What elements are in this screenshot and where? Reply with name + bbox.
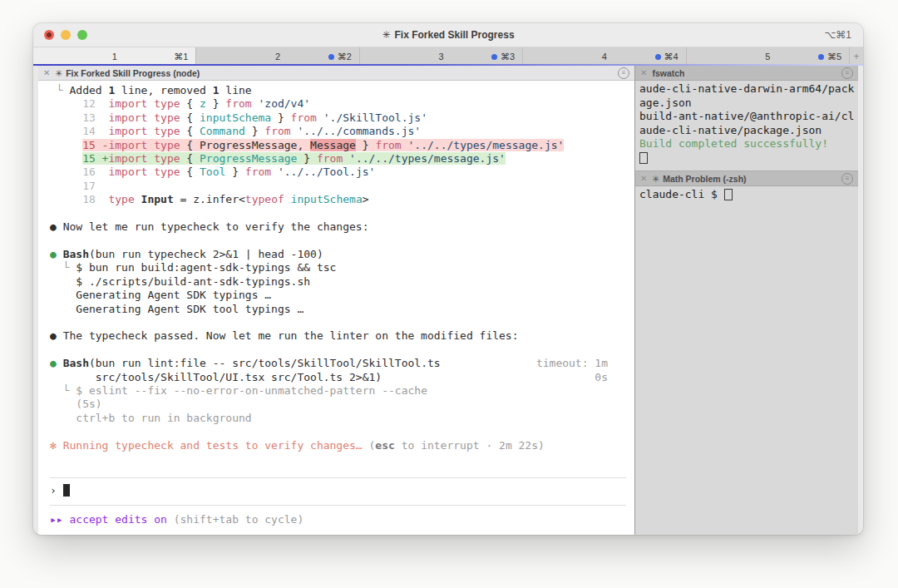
text-segment: $ ./scripts/build-ant-sdk-typings.sh bbox=[50, 275, 310, 288]
text-segment: 17 bbox=[50, 180, 96, 192]
close-pane-icon[interactable]: ✕ bbox=[43, 68, 50, 77]
text-segment bbox=[343, 152, 349, 165]
terminal-line: └ $ eslint --fix --no-error-on-unmatched… bbox=[50, 384, 626, 398]
claude-code-terminal[interactable]: └ Added 1 line, removed 1 line 12 import… bbox=[38, 81, 634, 535]
text-segment: import type bbox=[108, 139, 180, 151]
mode-status-line: ▸▸ accept edits on (shift+tab to cycle) bbox=[50, 506, 626, 526]
fswatch-line: aude-cli-native-darwin-arm64/pack bbox=[639, 82, 854, 96]
tab-shortcut: ⌘3 bbox=[491, 52, 515, 62]
terminal-line: 12 import type { z } from 'zod/v4' bbox=[50, 97, 626, 111]
text-segment: inputSchema bbox=[200, 111, 271, 124]
terminal-line: 18 type Input = z.infer<typeof inputSche… bbox=[50, 193, 626, 206]
text-segment: import type bbox=[108, 97, 180, 110]
text-segment: Command bbox=[200, 125, 245, 137]
tab-label: 1 bbox=[33, 52, 195, 62]
fswatch-output[interactable]: aude-cli-native-darwin-arm64/package.jso… bbox=[635, 81, 858, 170]
tab-5[interactable]: 5⌘5 bbox=[687, 47, 850, 66]
text-segment: from bbox=[291, 111, 317, 124]
text-segment: import type bbox=[108, 166, 180, 178]
terminal-line bbox=[50, 425, 626, 438]
terminal-line: 13 import type { inputSchema } from './S… bbox=[50, 111, 626, 125]
pane-menu-icon[interactable]: ≡ bbox=[841, 173, 853, 185]
terminal-output: └ Added 1 line, removed 1 line 12 import… bbox=[38, 81, 634, 466]
text-segment: ● Now let me run typecheck to verify the… bbox=[50, 220, 369, 233]
cursor bbox=[639, 152, 648, 164]
right-aligned-note: 0s bbox=[595, 371, 608, 384]
text-segment: Bash bbox=[63, 248, 89, 260]
text-segment: } bbox=[271, 111, 290, 124]
minimize-window-button[interactable] bbox=[61, 30, 71, 40]
text-segment: aude-cli-native-darwin-arm64/pack bbox=[639, 82, 854, 95]
right-aligned-note: timeout: 1m bbox=[536, 357, 608, 370]
math-problem-pane: ✕ ✳ Math Problem (-zsh) ≡ claude-cli $ bbox=[635, 170, 858, 535]
text-segment: claude-cli $ bbox=[639, 188, 724, 200]
text-segment: (shift+tab to cycle) bbox=[167, 513, 303, 526]
left-pane: ✕ ✳ Fix Forked Skill Progress (node) ≡ └… bbox=[38, 66, 635, 535]
pane-menu-icon[interactable]: ≡ bbox=[841, 67, 853, 79]
close-window-button[interactable] bbox=[44, 30, 54, 40]
text-segment: 15 + bbox=[82, 152, 108, 165]
fswatch-pane-header[interactable]: ✕ fswatch ≡ bbox=[635, 66, 858, 81]
terminal-line: 15 +import type { ProgressMessage } from… bbox=[50, 152, 626, 166]
title-bar[interactable]: ✳ Fix Forked Skill Progress ⌥⌘1 bbox=[33, 23, 863, 47]
tab-shortcut: ⌘2 bbox=[328, 52, 352, 62]
tabs: 1⌘12⌘23⌘34⌘45⌘5 bbox=[33, 47, 850, 66]
text-segment: (bun run lint:file -- src/tools/SkillToo… bbox=[89, 357, 441, 369]
tab-shortcut-text: ⌘1 bbox=[174, 52, 188, 62]
text-segment: { bbox=[180, 111, 200, 124]
shell-line: claude-cli $ bbox=[639, 188, 854, 202]
terminal-line: └ $ bun run build:agent-sdk-typings && t… bbox=[50, 261, 626, 274]
tab-shortcut: ⌘4 bbox=[655, 52, 678, 62]
text-segment: Tool bbox=[200, 166, 225, 178]
text-segment: $ bun run build:agent-sdk-typings && tsc bbox=[76, 261, 336, 274]
fswatch-pane-title: fswatch bbox=[652, 68, 684, 78]
pane-menu-icon[interactable]: ≡ bbox=[618, 67, 629, 79]
left-pane-header[interactable]: ✕ ✳ Fix Forked Skill Progress (node) ≡ bbox=[38, 66, 634, 81]
terminal-line: ● The typecheck passed. Now let me run t… bbox=[50, 329, 626, 343]
tab-shortcut-text: ⌘2 bbox=[338, 52, 352, 62]
window-shortcut-hint: ⌥⌘1 bbox=[824, 29, 851, 41]
text-segment bbox=[271, 166, 278, 178]
tab-1[interactable]: 1⌘1 bbox=[33, 47, 196, 66]
text-segment: Input bbox=[141, 193, 174, 205]
text-segment: └ bbox=[50, 84, 69, 96]
text-segment: } bbox=[297, 152, 316, 165]
zoom-window-button[interactable] bbox=[77, 30, 87, 40]
add-tab-button[interactable]: + bbox=[850, 47, 863, 66]
terminal-line: ● Bash(bun run lint:file -- src/tools/Sk… bbox=[50, 357, 626, 370]
text-segment: Message bbox=[310, 139, 356, 151]
close-pane-icon[interactable]: ✕ bbox=[640, 68, 647, 77]
text-segment: inputSchema bbox=[291, 193, 363, 205]
terminal-line: ctrl+b to run in background bbox=[50, 412, 626, 425]
terminal-line: └ Added 1 line, removed 1 line bbox=[50, 84, 626, 97]
terminal-line: 15 -import type { ProgressMessage, Messa… bbox=[50, 139, 626, 152]
text-segment: '../../types/message.js' bbox=[349, 152, 506, 165]
activity-dot-icon bbox=[328, 54, 334, 60]
panes-container: ✕ ✳ Fix Forked Skill Progress (node) ≡ └… bbox=[33, 66, 863, 535]
tab-2[interactable]: 2⌘2 bbox=[196, 47, 359, 66]
cursor bbox=[724, 189, 733, 200]
traffic-lights bbox=[44, 23, 87, 47]
close-pane-icon[interactable]: ✕ bbox=[640, 174, 647, 183]
tab-4[interactable]: 4⌘4 bbox=[523, 47, 686, 66]
terminal-line bbox=[50, 316, 626, 329]
prompt-input[interactable]: › bbox=[50, 478, 626, 504]
tab-3[interactable]: 3⌘3 bbox=[360, 47, 523, 66]
window-title-text: Fix Forked Skill Progress bbox=[395, 29, 515, 41]
text-segment: './SkillTool.js' bbox=[323, 111, 427, 124]
diff-removed-line: 15 -import type { ProgressMessage, Messa… bbox=[82, 139, 564, 151]
fswatch-line: aude-cli-native/package.json bbox=[639, 124, 854, 138]
terminal-line: ✻ Running typecheck and tests to verify … bbox=[50, 439, 626, 452]
activity-dot-icon bbox=[491, 54, 497, 60]
math-problem-pane-header[interactable]: ✕ ✳ Math Problem (-zsh) ≡ bbox=[635, 170, 858, 186]
text-segment: from bbox=[317, 152, 343, 165]
text-segment: import type bbox=[108, 152, 180, 165]
text-segment: } bbox=[206, 97, 225, 110]
tab-shortcut: ⌘1 bbox=[174, 52, 188, 62]
text-segment: 14 bbox=[50, 125, 108, 137]
shell-output[interactable]: claude-cli $ bbox=[635, 186, 858, 535]
text-segment: type bbox=[108, 193, 134, 205]
terminal-line: Generating Agent SDK typings … bbox=[50, 289, 626, 302]
terminal-line: 16 import type { Tool } from '../../Tool… bbox=[50, 166, 626, 179]
text-segment: (5s) bbox=[50, 398, 102, 410]
